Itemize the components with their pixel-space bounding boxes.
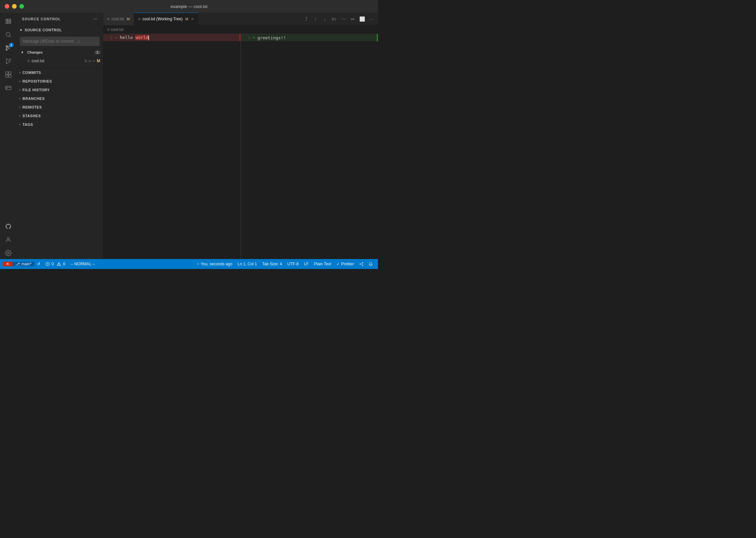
activity-icon-run[interactable] — [2, 55, 14, 67]
tab-close-button[interactable]: × — [191, 16, 194, 22]
status-language[interactable]: Plain Text — [311, 262, 334, 266]
branches-chevron-icon: › — [19, 97, 21, 100]
status-branch[interactable]: ⎇ main* — [13, 262, 34, 266]
navigate-up-button[interactable]: ↑ — [311, 15, 319, 23]
right-diff-indicator — [377, 34, 378, 41]
source-control-badge: 1 — [9, 43, 14, 47]
svg-point-18 — [47, 265, 48, 265]
diff-line-number-left: 1 — [103, 36, 115, 40]
tab-file-icon-1: ≡ — [107, 17, 109, 21]
sidebar-more-button[interactable]: ··· — [92, 15, 99, 23]
changes-chevron-icon: ▼ — [21, 51, 24, 54]
maximize-button[interactable] — [19, 4, 24, 9]
status-share[interactable] — [357, 262, 366, 266]
error-icon: ✕ — [6, 262, 9, 266]
left-diff-indicator — [239, 34, 241, 41]
file-type-icon: ≡ — [27, 59, 30, 63]
error-count-icon — [46, 262, 50, 266]
sidebar-item-repositories[interactable]: › REPOSITORIES — [17, 77, 103, 85]
activity-icon-search[interactable] — [2, 29, 14, 41]
status-author[interactable]: ⑂ You, seconds ago — [194, 262, 235, 266]
inline-diff-button[interactable]: ⇔ — [349, 15, 357, 23]
source-control-section: ▼ SOURCE CONTROL ▼ Changes 1 ≡ cool.txt … — [17, 25, 103, 65]
stage-changes-icon[interactable]: + — [93, 59, 95, 63]
minimize-button[interactable] — [12, 4, 17, 9]
titlebar: example — cool.txt — [0, 0, 378, 13]
branches-label: BRANCHES — [23, 97, 45, 101]
activity-icon-extensions[interactable] — [2, 69, 14, 81]
status-tab-size[interactable]: Tab Size: 4 — [260, 262, 284, 266]
file-item-cooltxt[interactable]: ≡ cool.txt ⎘ ↩ + M — [17, 57, 103, 65]
line-ending-label: LF — [304, 262, 308, 266]
tags-chevron-icon: › — [19, 123, 21, 126]
sidebar-header-actions: ··· — [92, 15, 99, 23]
overflow-button[interactable]: ··· — [367, 15, 375, 23]
svg-point-6 — [9, 59, 11, 60]
svg-line-1 — [10, 36, 11, 38]
activity-icon-account[interactable] — [2, 234, 14, 246]
status-line-ending[interactable]: LF — [301, 262, 311, 266]
diff-deleted-sign: − — [115, 35, 120, 40]
svg-point-22 — [362, 262, 363, 263]
sc-chevron-icon: ▼ — [19, 28, 23, 32]
sc-section-title: SOURCE CONTROL — [25, 28, 62, 32]
diff-line-number-right: 1 — [241, 36, 253, 40]
status-formatter[interactable]: ✓ Prettier — [334, 262, 357, 266]
status-error-section[interactable]: ✕ — [3, 262, 13, 266]
tab-cooltxt[interactable]: ≡ cool.txt M — [103, 13, 134, 25]
status-sync[interactable]: ↺ — [34, 262, 43, 266]
svg-point-24 — [360, 264, 361, 265]
commits-label: COMMITS — [23, 71, 41, 75]
commit-message-input[interactable] — [20, 37, 99, 46]
changes-count-badge: 1 — [95, 51, 100, 54]
diff-line-added: 1 + greetings!! — [241, 34, 378, 41]
sidebar-item-remotes[interactable]: › REMOTES — [17, 103, 103, 111]
sidebar-item-tags[interactable]: › TAGS — [17, 120, 103, 129]
open-in-editor-button[interactable]: ⤴ — [302, 15, 310, 23]
sidebar-top-title: SOURCE CONTROL — [22, 17, 61, 21]
sidebar-item-stashes[interactable]: › STASHES — [17, 111, 103, 120]
svg-rect-7 — [6, 72, 8, 75]
split-editor-button[interactable]: ⬜ — [358, 15, 366, 23]
activity-icon-github[interactable] — [2, 220, 14, 232]
status-position[interactable]: Ln 1, Col 1 — [235, 262, 260, 266]
activity-icon-source-control[interactable]: 1 — [2, 42, 14, 54]
more-actions-button[interactable]: ⋯ — [339, 15, 347, 23]
svg-point-13 — [6, 88, 7, 89]
diff-pane-left[interactable]: 1 − hello world — [103, 34, 241, 259]
file-name-label: cool.txt — [32, 59, 83, 63]
status-encoding[interactable]: UTF-8 — [284, 262, 301, 266]
tab-modified-badge-1: M — [127, 17, 130, 21]
svg-rect-11 — [6, 86, 11, 90]
breadcrumb-path: cool.txt — [111, 27, 123, 32]
diff-deleted-content: hello world — [120, 35, 149, 40]
toggle-word-wrap-button[interactable]: ≡↕ — [330, 15, 338, 23]
breadcrumb-file-icon: ≡ — [107, 27, 109, 32]
tab-working-tree[interactable]: ≡ cool.txt (Working Tree) M × — [134, 13, 198, 25]
sidebar-item-file-history[interactable]: › FILE HISTORY — [17, 85, 103, 94]
sc-section-header[interactable]: ▼ SOURCE CONTROL — [17, 25, 103, 35]
status-notifications[interactable] — [366, 262, 375, 266]
activity-bar: 1 — [0, 13, 17, 259]
stashes-chevron-icon: › — [19, 114, 21, 118]
activity-icon-settings[interactable] — [2, 247, 14, 259]
bell-icon — [369, 262, 373, 266]
editor-tabs: ≡ cool.txt M ≡ cool.txt (Working Tree) M… — [103, 13, 378, 25]
sidebar-item-commits[interactable]: › COMMITS — [17, 68, 103, 77]
activity-icon-remote[interactable] — [2, 82, 14, 94]
diff-pane-right[interactable]: 1 + greetings!! — [241, 34, 378, 259]
svg-rect-9 — [6, 75, 8, 78]
changes-label: Changes — [27, 50, 43, 54]
discard-changes-icon[interactable]: ↩ — [89, 59, 92, 63]
close-button[interactable] — [5, 4, 9, 9]
tab-size-label: Tab Size: 4 — [262, 262, 282, 266]
statusbar-right: ⑂ You, seconds ago Ln 1, Col 1 Tab Size:… — [194, 262, 375, 266]
sidebar-item-branches[interactable]: › BRANCHES — [17, 94, 103, 103]
statusbar-left: ✕ ⎇ main* ↺ 0 0 -- NORMAL -- — [3, 262, 98, 266]
svg-point-21 — [59, 265, 59, 265]
status-errors[interactable]: 0 0 — [43, 262, 68, 266]
changes-header[interactable]: ▼ Changes 1 — [17, 48, 103, 57]
open-file-icon[interactable]: ⎘ — [85, 59, 87, 63]
navigate-down-button[interactable]: ↓ — [321, 15, 329, 23]
activity-icon-explorer[interactable] — [2, 15, 14, 27]
